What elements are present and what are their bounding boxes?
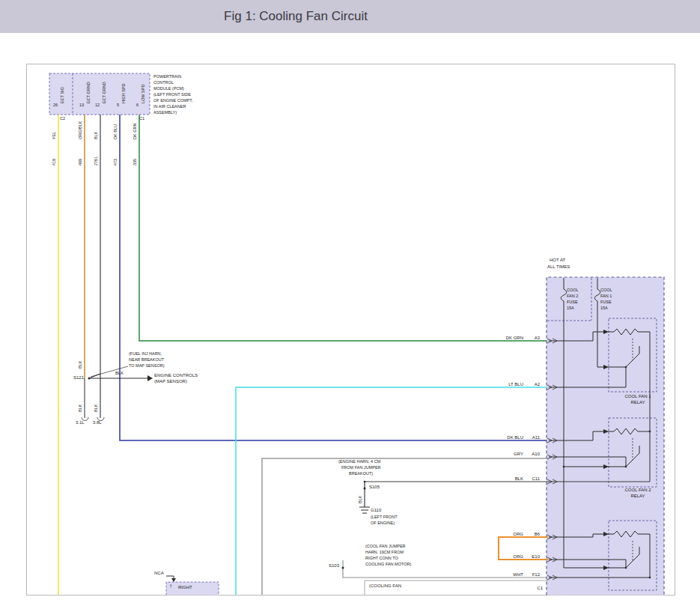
- fuse-1-label: 15A: [600, 306, 608, 312]
- pcm-connector-c1: C1: [139, 116, 144, 122]
- engine-variant-label: 3.1L: [76, 420, 85, 425]
- wire-pin-label: A10: [525, 452, 540, 457]
- cool-fan-2-relay-label: COOL FAN 2: [612, 488, 663, 493]
- pcm-description: OF ENGINE COMPT,: [153, 98, 193, 104]
- circuit-number-label: 335: [133, 159, 138, 166]
- jumper-harn-note: (COOL FAN JUMPER: [365, 544, 406, 550]
- g110-location: OF ENGINE): [371, 521, 395, 527]
- pcm-pin-number: 6: [131, 103, 139, 109]
- blk-arrow-label: BLK: [115, 371, 124, 376]
- wire-pin-label: C11: [525, 476, 540, 482]
- wire-color-label: BLK: [94, 404, 99, 412]
- pcm-signal-label: LOW SPD: [141, 85, 146, 103]
- wire-pin-label: A11: [525, 435, 540, 440]
- pcm-pin-number: 13: [76, 103, 84, 109]
- map-sensor-dest: ENGINE CONTROLS: [154, 373, 198, 378]
- cool-fan-1-relay-label: COOL FAN 1: [612, 394, 663, 399]
- wire-pin-label: A2: [525, 382, 540, 387]
- s105-splice-dot: [364, 488, 366, 490]
- wire-color-label: GRY: [492, 452, 523, 457]
- cool-fan-1-relay-label: RELAY: [612, 400, 663, 405]
- circuit-number-label: 473: [113, 159, 118, 166]
- pcm-pin-number: 12: [92, 103, 100, 109]
- jumper-harn-note: COOLING FAN MOTOR): [365, 562, 411, 568]
- map-sensor-dest: (MAP SENSOR): [154, 379, 187, 384]
- cool-fan-2-relay-label: RELAY: [612, 494, 663, 499]
- fuse-2-label: FAN 2: [567, 294, 578, 300]
- engine-harn-note: BREAKOUT): [349, 471, 373, 477]
- pcm-description: (LEFT FRONT SIDE: [153, 92, 191, 98]
- pcm-connector-c2: C2: [60, 116, 65, 122]
- fuse-1-label: FUSE: [600, 300, 612, 306]
- wire-color-label: BLK: [94, 132, 99, 139]
- g110-label: G110: [371, 508, 381, 513]
- pcm-signal-label: HIGH SPD: [121, 83, 127, 103]
- wire-pin-label: A3: [525, 336, 540, 341]
- wire-color-label: DK BLU: [113, 124, 118, 139]
- fuse-1-label: COOL: [600, 288, 612, 294]
- engine-variant-label: 3.8L: [93, 420, 102, 425]
- fuse-2-label: COOL: [567, 288, 579, 294]
- wire-color-label: ORG: [492, 532, 523, 537]
- fuel-harn-note: NEAR BREAKOUT: [129, 357, 164, 363]
- s105-label: S105: [369, 485, 380, 490]
- wire-color-label: DK GRN: [492, 336, 523, 341]
- g110-location: (LEFT FRONT: [371, 515, 398, 521]
- wire-pin-label: E10: [525, 554, 540, 560]
- wire-color-label: DK GRN: [133, 124, 138, 139]
- s103-splice-dot: [342, 567, 344, 569]
- wire-color-label: BLK: [358, 496, 363, 503]
- hot-at-label: ALL TIMES: [547, 264, 570, 270]
- up-arrow-icon: ↑: [169, 584, 172, 589]
- wire-color-label: ORG/BLK: [78, 121, 83, 139]
- cooling-fan-circuit-page: Fig 1: Cooling Fan Circuit: [0, 0, 700, 600]
- pcm-signal-label: ECT GRND: [102, 82, 107, 103]
- pcm-description: MODULE (PCM): [153, 86, 184, 92]
- circuit-number-label: 419: [52, 159, 57, 166]
- wire-color-label: LT BLU: [492, 382, 523, 387]
- circuit-number-label: 2761: [94, 157, 99, 166]
- nca-label: NCA: [154, 571, 164, 576]
- s121-splice-dot: [88, 378, 91, 380]
- pcm-signal-label: ECT SIG: [60, 87, 65, 103]
- wire-color-label: ORG: [492, 554, 523, 560]
- wire-pin-label: F12: [525, 572, 540, 578]
- right-fan-connector-box: [166, 582, 219, 596]
- right-fan-label: RIGHT: [178, 585, 192, 590]
- fuse-2-label: 15A: [567, 306, 574, 312]
- circuit-number-label: 469: [78, 159, 83, 166]
- engine-harn-note: FROM FAN JUMPER: [341, 465, 381, 471]
- hot-at-label: HOT AT: [550, 258, 565, 263]
- s103-label: S103: [324, 563, 339, 569]
- s121-label: S121: [69, 375, 84, 381]
- pcm-pin-number: 26: [50, 103, 58, 109]
- pcm-pin-number: 5: [112, 103, 119, 109]
- wire-color-label: BLK: [78, 404, 83, 412]
- jumper-harn-note: HARN, 19CM FROM: [365, 550, 404, 556]
- wire-color-label: YEL: [52, 132, 57, 139]
- fuel-harn-note: (FUEL INJ HARN,: [129, 351, 162, 357]
- pcm-signal-label: ECT GRND: [86, 82, 91, 103]
- relay-center-box: [547, 277, 664, 596]
- pcm-description: IN AIR CLEANER: [153, 104, 186, 110]
- pcm-description: POWERTRAIN: [153, 74, 181, 80]
- jumper-harn-note: RIGHT CONN TO: [365, 556, 398, 562]
- fuel-harn-note: TO MAP SENSOR): [129, 363, 164, 369]
- engine-harn-note: (ENGINE HARN, 4 CM: [338, 459, 380, 465]
- fuse-1-label: FAN 1: [600, 294, 612, 300]
- relay-connector-c1: C1: [528, 586, 543, 591]
- wire-color-label: WHT: [492, 572, 523, 578]
- pcm-description: CONTROL: [153, 80, 174, 86]
- wire-color-label: BLK: [78, 361, 83, 369]
- wire-pin-label: B6: [525, 532, 540, 537]
- wire-color-label: DK BLU: [492, 435, 523, 440]
- fuse-2-label: FUSE: [567, 300, 578, 306]
- pcm-description: ASSEMBLY): [153, 110, 177, 116]
- cooling-fan-label: (COOLING FAN: [369, 584, 401, 589]
- wire-color-label: BLK: [492, 476, 523, 482]
